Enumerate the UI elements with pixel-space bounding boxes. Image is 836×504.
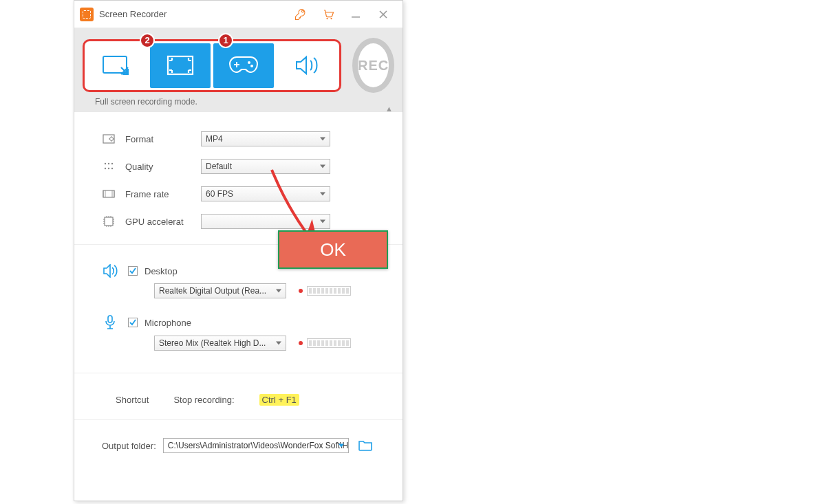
quality-label: Quality (125, 162, 201, 172)
screen-recorder-window: Screen Recorder 2 1 (74, 0, 403, 501)
quality-value: Default (206, 162, 232, 171)
microphone-device-value: Stereo Mix (Realtek High D... (159, 338, 266, 348)
app-logo-icon (80, 8, 94, 21)
svg-point-10 (108, 163, 109, 164)
microphone-level-meter (299, 338, 351, 348)
chevron-down-icon (320, 165, 325, 168)
mode-fullscreen-button[interactable] (150, 43, 211, 88)
mode-group-highlight: 2 1 (83, 39, 341, 92)
format-value: MP4 (206, 134, 223, 144)
desktop-audio-level-meter (299, 286, 351, 296)
gpu-label: GPU accelerat (125, 217, 201, 227)
mode-custom-region-button[interactable] (87, 43, 147, 88)
record-button[interactable]: REC (352, 38, 394, 93)
output-folder-label: Output folder: (102, 441, 156, 451)
svg-point-8 (110, 138, 114, 141)
mode-game-button[interactable] (213, 43, 274, 88)
annotation-ok-label: OK (320, 239, 346, 261)
microphone-label: Microphone (144, 318, 191, 328)
chevron-down-icon (320, 138, 325, 141)
quality-icon (102, 160, 116, 173)
desktop-audio-checkbox[interactable] (128, 266, 138, 276)
minimize-button[interactable] (342, 4, 369, 25)
format-select[interactable]: MP4 (201, 131, 330, 146)
svg-point-5 (248, 61, 250, 64)
microphone-checkbox[interactable] (128, 318, 138, 327)
svg-rect-2 (352, 17, 360, 18)
svg-point-14 (111, 168, 113, 169)
shortcut-row: Shortcut Stop recording: Ctrl + F1 (74, 373, 403, 420)
desktop-audio-label: Desktop (144, 266, 178, 276)
close-button[interactable] (369, 4, 397, 25)
recording-dot-icon (299, 289, 303, 293)
microphone-device-select[interactable]: Stereo Mix (Realtek High D... (154, 336, 286, 351)
quality-select[interactable]: Default (201, 159, 330, 174)
collapse-toggle-icon[interactable]: ▲ (385, 105, 393, 113)
framerate-value: 60 FPS (206, 189, 233, 199)
svg-point-12 (105, 168, 106, 169)
svg-point-13 (108, 168, 109, 169)
cart-icon[interactable] (314, 4, 342, 25)
svg-point-6 (250, 65, 253, 67)
svg-point-9 (105, 163, 106, 164)
svg-point-0 (326, 17, 328, 19)
recording-dot-icon (299, 341, 303, 345)
svg-point-1 (330, 17, 332, 19)
chevron-down-icon (320, 193, 325, 196)
gpu-select[interactable] (201, 214, 330, 229)
svg-rect-15 (103, 190, 114, 197)
titlebar: Screen Recorder (74, 1, 403, 28)
framerate-icon (102, 187, 116, 201)
annotation-badge-1: 1 (218, 33, 233, 48)
mode-area: 2 1 REC Full screen recording mode. (74, 28, 403, 112)
mode-caption: Full screen recording mode. (83, 93, 394, 107)
output-folder-row: Output folder: C:\Users\Administrator\Vi… (74, 420, 403, 471)
gpu-icon (102, 215, 116, 228)
chevron-down-icon (320, 220, 325, 223)
mode-audio-button[interactable] (277, 43, 337, 88)
chevron-down-icon (276, 342, 281, 345)
open-folder-button[interactable] (356, 438, 375, 453)
output-folder-select[interactable]: C:\Users\Administrator\Videos\WonderFox … (163, 438, 349, 453)
shortcut-label: Shortcut (116, 395, 149, 405)
window-title: Screen Recorder (99, 9, 167, 19)
format-icon (102, 132, 116, 146)
svg-rect-17 (108, 316, 112, 322)
video-settings-section: Format MP4 Quality Default Frame rate 60… (74, 112, 403, 245)
stop-recording-label: Stop recording: (173, 395, 234, 405)
stop-recording-hotkey[interactable]: Ctrl + F1 (259, 394, 299, 406)
desktop-audio-icon (102, 264, 118, 278)
key-icon[interactable] (287, 4, 314, 25)
framerate-label: Frame rate (125, 189, 201, 199)
desktop-audio-device-select[interactable]: Realtek Digital Output (Rea... (154, 283, 286, 298)
chevron-down-icon (339, 444, 344, 448)
desktop-audio-device-value: Realtek Digital Output (Rea... (159, 286, 266, 296)
record-button-label: REC (358, 58, 389, 74)
svg-point-11 (111, 163, 113, 164)
microphone-icon (102, 315, 118, 330)
svg-rect-16 (105, 217, 113, 226)
format-label: Format (125, 134, 201, 144)
chevron-down-icon (276, 289, 281, 293)
output-folder-path: C:\Users\Administrator\Videos\WonderFox … (168, 441, 349, 450)
annotation-badge-2: 2 (140, 33, 155, 48)
framerate-select[interactable]: 60 FPS (201, 186, 330, 201)
annotation-ok-box: OK (278, 230, 388, 269)
